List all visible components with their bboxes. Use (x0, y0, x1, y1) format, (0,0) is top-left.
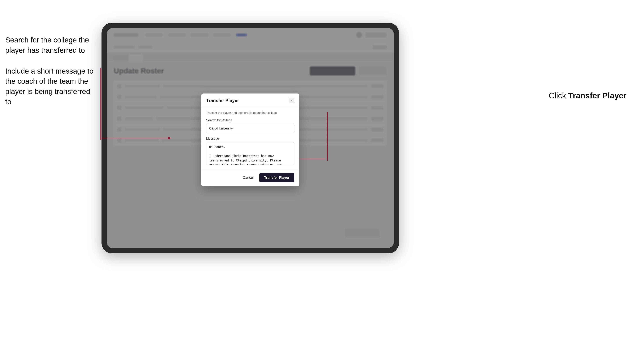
annotation-tip2: Include a short message to the coach of … (5, 66, 96, 107)
annotation-left: Search for the college the player has tr… (5, 35, 96, 118)
search-college-input[interactable] (206, 124, 294, 133)
modal-subtitle: Transfer the player and their profile to… (206, 111, 294, 115)
message-textarea[interactable]: Hi Coach, I understand Chris Robertson h… (206, 142, 294, 165)
modal-header: Transfer Player × (201, 93, 299, 107)
modal-footer: Cancel Transfer Player (201, 170, 299, 186)
annotation-right-prefix: Click (548, 91, 568, 100)
transfer-player-modal: Transfer Player × Transfer the player an… (201, 93, 299, 186)
modal-title: Transfer Player (206, 98, 239, 103)
modal-close-button[interactable]: × (289, 98, 294, 103)
transfer-player-button[interactable]: Transfer Player (259, 173, 294, 182)
modal-body: Transfer the player and their profile to… (201, 107, 299, 170)
cancel-button[interactable]: Cancel (240, 174, 256, 181)
annotation-tip1: Search for the college the player has tr… (5, 35, 96, 56)
tablet-screen: Update Roster (107, 28, 394, 248)
tablet-frame: Update Roster (102, 23, 399, 253)
annotation-right: Click Transfer Player (548, 91, 626, 100)
modal-overlay: Transfer Player × Transfer the player an… (107, 28, 394, 248)
annotation-right-bold: Transfer Player (568, 91, 626, 100)
message-label: Message (206, 137, 294, 141)
search-college-label: Search for College (206, 119, 294, 122)
